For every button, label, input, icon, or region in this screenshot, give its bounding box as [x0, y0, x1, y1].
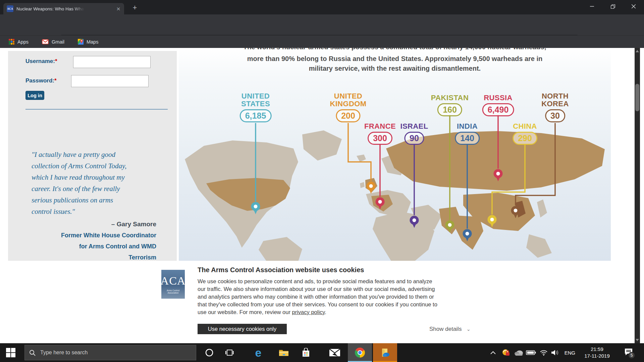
land-ireland — [360, 182, 365, 188]
scrollbar-thumb[interactable] — [635, 84, 639, 111]
password-label: Password:* — [25, 77, 57, 84]
action-center-button[interactable]: 5 — [620, 343, 637, 362]
minimize-button[interactable] — [582, 0, 602, 13]
warhead-count-badge: 6,185 — [240, 109, 272, 122]
search-placeholder: Type here to search — [40, 350, 88, 356]
start-button[interactable] — [6, 348, 15, 357]
search-icon — [29, 350, 36, 356]
country-callout-israel: ISRAEL90 — [400, 122, 428, 145]
edge-icon: e — [255, 347, 262, 358]
page-scrollbar[interactable] — [635, 48, 640, 343]
login-button[interactable]: Log in — [25, 91, 44, 100]
land-southeast-asia — [526, 234, 552, 258]
country-name: UNITEDKINGDOM — [330, 92, 366, 108]
bookmark-apps[interactable]: Apps — [9, 39, 29, 45]
new-tab-button[interactable]: + — [130, 3, 140, 13]
aca-logo: ACA Arms Control Association — [161, 270, 185, 299]
land-greenland — [302, 130, 342, 161]
browser-toolbar: armscontrol.org/factsheets/Nuclearweapon… — [0, 14, 644, 35]
nuclear-map-infographic: The world's nuclear-armed states possess… — [179, 48, 611, 261]
window-controls — [582, 0, 644, 13]
apps-grid-icon — [9, 39, 14, 45]
time-text: 21:59 — [579, 346, 615, 353]
close-window-button[interactable] — [623, 0, 644, 13]
onedrive-folder-taskbar-button[interactable] — [373, 343, 397, 362]
country-name: UNITEDSTATES — [240, 92, 272, 108]
taskbar-clock[interactable]: 21:59 17-11-2019 — [579, 346, 615, 359]
maps-icon — [78, 39, 84, 45]
language-indicator[interactable]: ENG — [562, 343, 578, 362]
tab-close-icon[interactable]: ✕ — [115, 6, 121, 12]
chrome-taskbar-button[interactable] — [348, 343, 372, 362]
privacy-policy-link[interactable]: privacy policy — [292, 309, 325, 315]
testimonial-quote: "I actually have a pretty good collectio… — [32, 149, 162, 217]
quote-attribution: – Gary Samore Former White House Coordin… — [15, 219, 156, 263]
antivirus-tray-icon[interactable] — [499, 343, 513, 362]
password-field[interactable] — [71, 75, 149, 87]
windows-taskbar: Type here to search e — [0, 343, 644, 362]
username-field[interactable] — [73, 56, 151, 68]
edge-button[interactable]: e — [250, 343, 266, 362]
battery-tray-icon[interactable] — [524, 343, 538, 362]
warhead-count-badge: 290 — [513, 132, 537, 145]
warhead-count-badge: 90 — [404, 132, 424, 145]
tray-chevron-up-icon[interactable] — [486, 343, 500, 362]
login-sidebar: Username:* Password:* Log in "I actually… — [8, 51, 177, 261]
cookie-banner-body: We use cookies to personalize content an… — [198, 278, 437, 316]
warhead-count-badge: 6,490 — [482, 103, 514, 116]
warhead-count-badge: 160 — [437, 103, 462, 116]
volume-tray-icon[interactable] — [549, 343, 561, 362]
taskbar-search[interactable]: Type here to search — [24, 345, 196, 360]
country-callout-russia: RUSSIA6,490 — [482, 94, 514, 116]
tab-title: Nuclear Weapons: Who Has Wha — [16, 6, 84, 11]
country-name: ISRAEL — [400, 122, 428, 130]
warhead-count-badge: 300 — [368, 132, 392, 145]
country-callout-france: FRANCE300 — [364, 122, 396, 145]
show-details-toggle[interactable]: Show details⌄ — [429, 326, 471, 333]
country-callout-united-kingdom: UNITEDKINGDOM200 — [330, 92, 366, 122]
country-callout-united-states: UNITEDSTATES6,185 — [240, 92, 272, 122]
country-name: NORTHKOREA — [541, 92, 569, 108]
store-icon — [302, 348, 310, 357]
country-name: PAKISTAN — [431, 94, 469, 102]
scroll-down-icon[interactable] — [636, 339, 639, 341]
gmail-icon — [42, 39, 49, 44]
chrome-icon — [355, 348, 365, 358]
scroll-up-icon[interactable] — [636, 50, 639, 52]
bookmark-maps[interactable]: Maps — [78, 39, 98, 45]
chevron-down-icon: ⌄ — [466, 326, 471, 332]
country-callout-north-korea: NORTHKOREA30 — [541, 92, 569, 122]
notification-badge: 5 — [628, 352, 635, 359]
date-text: 17-11-2019 — [579, 353, 615, 359]
warhead-count-badge: 200 — [336, 109, 361, 122]
cortana-button[interactable] — [201, 343, 217, 362]
cookie-consent-banner: ACA Arms Control Association The Arms Co… — [0, 261, 635, 343]
country-name: INDIA — [455, 122, 480, 130]
task-view-button[interactable] — [221, 343, 237, 362]
use-necessary-cookies-button[interactable]: Use necessary cookies only — [198, 324, 287, 334]
country-name: RUSSIA — [482, 94, 514, 102]
bookmark-gmail[interactable]: Gmail — [42, 39, 64, 45]
map-pin-united-kingdom — [367, 182, 376, 194]
sidebar-divider — [25, 109, 168, 110]
restore-button[interactable] — [602, 0, 623, 13]
country-name: CHINA — [513, 122, 537, 130]
bookmarks-bar: Apps Gmail Maps — [0, 35, 644, 48]
warhead-count-badge: 30 — [545, 109, 565, 122]
cortana-icon — [205, 348, 214, 357]
country-name: FRANCE — [364, 122, 396, 130]
browser-tab[interactable]: ACA Nuclear Weapons: Who Has Wha ✕ — [3, 3, 124, 14]
site-favicon: ACA — [7, 5, 13, 12]
wifi-tray-icon[interactable] — [537, 343, 550, 362]
browser-window: ACA Nuclear Weapons: Who Has Wha ✕ + — [0, 0, 644, 362]
world-map — [179, 48, 611, 261]
onedrive-folder-icon — [380, 348, 390, 357]
mail-icon — [329, 349, 340, 357]
file-explorer-button[interactable] — [276, 343, 292, 362]
mail-button[interactable] — [327, 343, 343, 362]
onedrive-tray-icon[interactable] — [512, 343, 525, 362]
country-callout-pakistan: PAKISTAN160 — [431, 94, 469, 116]
country-callout-india: INDIA140 — [455, 122, 480, 145]
task-view-icon — [225, 348, 234, 357]
store-button[interactable] — [298, 343, 314, 362]
